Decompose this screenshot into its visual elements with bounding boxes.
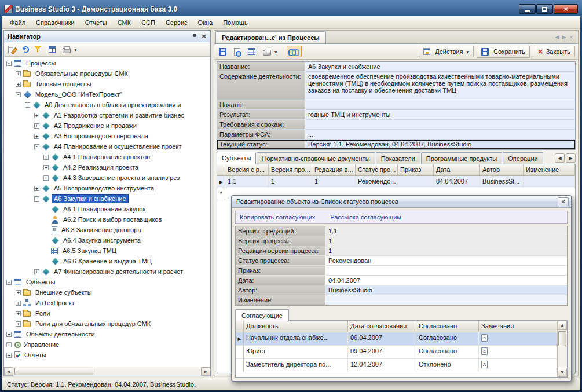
menu-item[interactable]: Помощь [218, 17, 253, 28]
link-button[interactable] [287, 46, 302, 57]
tree-item[interactable]: -Субъекты [6, 277, 210, 287]
tree-item[interactable]: +Роли для обязательных процедур СМК [6, 318, 210, 329]
save-tool-button[interactable] [217, 46, 230, 57]
grid-cell[interactable]: 06.04.2007 [348, 332, 416, 345]
expand-icon[interactable]: + [43, 165, 49, 170]
tree-item[interactable]: +А4.2 Реализация проекта [6, 162, 210, 173]
detail-tab[interactable]: Операции [503, 152, 543, 164]
note-cell[interactable]: A [479, 359, 557, 372]
scroll-down-icon[interactable]: ▼ [558, 368, 567, 377]
title-bar[interactable]: Business Studio 3 - Демонстрационная баз… [2, 2, 580, 16]
tree-item[interactable]: -А6 Закупки и снабжение [6, 193, 210, 204]
detail-tab[interactable]: Субъекты [217, 152, 256, 164]
tree-item[interactable]: А6.6 Хранение и выдача ТМЦ [6, 256, 210, 266]
form-field-value[interactable]: А6 Закупки и снабжение [305, 62, 575, 71]
collapse-icon[interactable]: - [34, 144, 39, 149]
dialog-field-value[interactable] [325, 295, 567, 305]
tree-item[interactable]: +ИнТехПроект [6, 298, 210, 308]
grid-cell[interactable]: 1.1 [225, 176, 269, 188]
tree-item[interactable]: +А2 Продвижение и продажи [6, 120, 210, 131]
dialog-vscrollbar[interactable]: ▲ ▼ [557, 321, 567, 377]
tree-item[interactable]: -А4 Планирование и осуществление проект [6, 141, 210, 152]
tree-item[interactable]: А6.5 Закупка ТМЦ [6, 246, 210, 256]
form-field-value[interactable]: ... [305, 130, 575, 139]
collapse-icon[interactable]: - [6, 280, 12, 285]
actions-button[interactable]: Действия ▼ [419, 46, 474, 57]
expand-icon[interactable]: + [43, 155, 49, 160]
maximize-button[interactable] [536, 4, 553, 14]
tree-item[interactable]: +Типовые процессы [6, 79, 210, 89]
column-header[interactable]: Версия про... [269, 164, 312, 175]
tree-item[interactable]: +Внешние субъекты [6, 287, 210, 298]
detail-tab[interactable]: Программные продукты [421, 152, 502, 164]
form-field-value[interactable] [305, 120, 575, 129]
menu-item[interactable]: ССП [136, 17, 160, 28]
expand-icon[interactable]: + [16, 290, 21, 295]
scroll-right-icon[interactable]: ▶ [201, 367, 210, 376]
minimize-button[interactable] [519, 4, 536, 14]
column-header[interactable]: Дата согласования [348, 321, 416, 332]
expand-icon[interactable]: + [16, 321, 21, 327]
tree-item[interactable]: +А4.1 Планирование проектов [6, 152, 210, 162]
document-tab[interactable]: Редактирован...е' из Процессы [215, 31, 326, 43]
scroll-track[interactable] [558, 330, 567, 368]
approver-row[interactable]: Юрист09.04.2007Согласованоa [236, 346, 557, 359]
grid-cell[interactable]: 1 [312, 176, 356, 188]
column-header[interactable]: Согласовано [416, 321, 479, 332]
dialog-title-bar[interactable]: Редактирование объекта из Список статусо… [232, 196, 571, 208]
navigator-close-icon[interactable]: × [199, 32, 208, 41]
expand-icon[interactable]: + [6, 342, 12, 347]
scroll-up-icon[interactable]: ▲ [558, 321, 567, 330]
expand-icon[interactable]: + [34, 113, 39, 118]
tree-item[interactable]: +А3 Воспроизводство персонала [6, 131, 210, 141]
form-field-value[interactable] [305, 100, 575, 109]
tab-next-icon[interactable]: ▶ [562, 34, 566, 40]
navigator-hscrollbar[interactable]: ◀ ▶ [4, 367, 210, 376]
dialog-field-value[interactable]: 1.1 [325, 226, 567, 236]
grid-cell[interactable]: Рекомендо... [356, 176, 398, 188]
tree-item[interactable]: +Отчеты [6, 350, 210, 360]
pin-icon[interactable] [190, 32, 199, 41]
menu-item[interactable]: Окна [193, 17, 218, 28]
form-field-value[interactable]: своевременное обеспечение производства к… [305, 72, 575, 100]
tree-item[interactable]: +Роли [6, 308, 210, 318]
grid-cell[interactable]: 04.04.2007 [434, 176, 480, 188]
dialog-field-value[interactable] [325, 266, 567, 275]
column-header[interactable]: Версия с р... [225, 164, 269, 175]
approver-row[interactable]: ▶Начальник отдела снабже...06.04.2007Сог… [236, 332, 557, 346]
detail-tab[interactable]: Нормативно-справочные документы [257, 152, 375, 164]
tabs-scroll-left-icon[interactable]: ◀ [555, 153, 565, 163]
scroll-track[interactable] [13, 367, 201, 376]
tree-item[interactable]: +А1 Разработка стратегии и развитие бизн… [6, 110, 210, 120]
dialog-field-value[interactable]: Рекомендован [325, 256, 567, 265]
menu-item[interactable]: Сервис [160, 17, 193, 28]
grid-cell[interactable]: 12.04.2007 [348, 359, 416, 372]
approver-row[interactable]: Заместитель директора по...12.04.2007Отк… [236, 359, 557, 372]
filter-button[interactable] [32, 43, 46, 55]
menu-item[interactable]: Отчеты [80, 17, 112, 28]
tree-item[interactable]: +Управление [6, 339, 210, 350]
expand-icon[interactable]: + [16, 82, 21, 87]
tree-item[interactable]: +Обязательные процедуры СМК [6, 68, 210, 79]
expand-icon[interactable]: + [16, 311, 21, 316]
grid-cell[interactable]: Согласовано [416, 346, 479, 358]
tree-item[interactable]: А6.1 Планирование закупок [6, 204, 210, 214]
form-field-value[interactable]: годные ТМЦ и инструменты [305, 110, 575, 119]
expand-icon[interactable]: + [43, 175, 49, 181]
grid-cell[interactable]: Начальник отдела снабже... [244, 332, 348, 345]
tab-approvers[interactable]: Согласующие [235, 309, 289, 321]
levels-button[interactable] [47, 43, 60, 55]
tree-item[interactable]: -А0 Деятельность в области проектировани… [6, 100, 210, 110]
dialog-field-value[interactable]: 04.04.2007 [325, 276, 567, 285]
grid-cell[interactable]: Согласовано [416, 332, 479, 345]
scroll-thumb[interactable] [14, 368, 93, 375]
tree-item[interactable]: -Модель_ООО "ИнТехПроект" [6, 89, 210, 100]
column-header[interactable]: Должность [244, 321, 348, 332]
collapse-icon[interactable]: - [16, 92, 21, 97]
grid-cell[interactable]: Юрист [244, 346, 348, 358]
tree-item[interactable]: +А7 Финансирование деятельности и расчет [6, 266, 210, 277]
refresh-button[interactable] [20, 43, 31, 55]
collapse-icon[interactable]: - [25, 102, 30, 108]
grid-cell[interactable]: Заместитель директора по... [244, 359, 348, 372]
expand-icon[interactable]: + [34, 134, 39, 139]
